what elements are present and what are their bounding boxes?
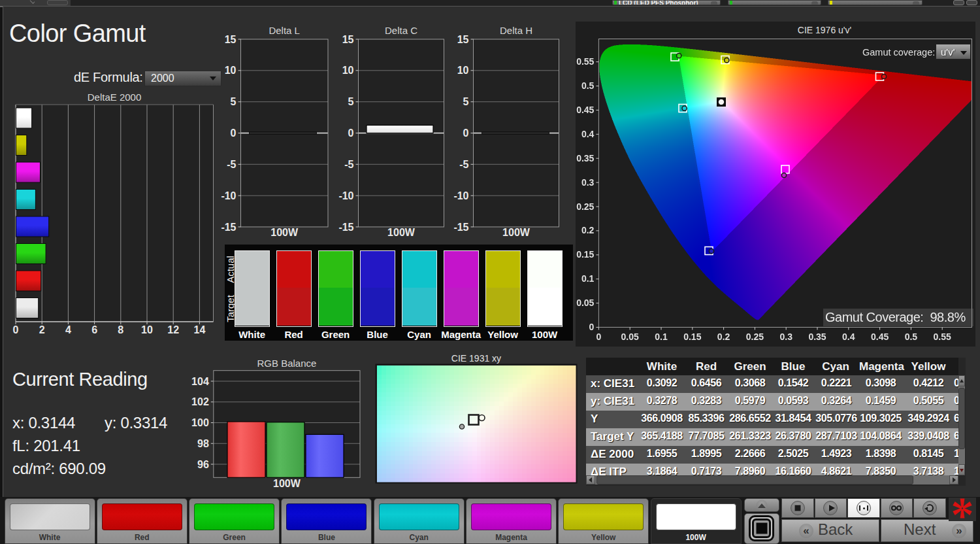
svg-text:0.4: 0.4 <box>581 129 595 139</box>
svg-text:10: 10 <box>225 65 237 76</box>
svg-text:12: 12 <box>167 324 179 335</box>
svg-text:0.4: 0.4 <box>842 332 855 342</box>
svg-text:100W: 100W <box>387 227 416 238</box>
svg-text:-15: -15 <box>221 222 236 233</box>
svg-text:0.1: 0.1 <box>581 273 595 284</box>
svg-text:0.25: 0.25 <box>746 332 764 342</box>
svg-text:0.55: 0.55 <box>576 56 594 67</box>
svg-text:0.45: 0.45 <box>871 332 889 342</box>
svg-text:Delta H: Delta H <box>500 25 532 36</box>
svg-text:10: 10 <box>457 65 469 76</box>
svg-text:0.05: 0.05 <box>621 332 639 342</box>
svg-text:0.15: 0.15 <box>683 332 701 342</box>
svg-text:14: 14 <box>194 324 206 335</box>
svg-text:-15: -15 <box>338 222 353 233</box>
svg-text:0.15: 0.15 <box>576 249 594 260</box>
svg-text:0.05: 0.05 <box>576 298 594 308</box>
svg-text:100W: 100W <box>502 227 531 238</box>
svg-text:0.35: 0.35 <box>576 153 594 163</box>
svg-text:10: 10 <box>342 65 354 76</box>
svg-text:0.5: 0.5 <box>905 332 918 342</box>
svg-text:100: 100 <box>191 417 209 428</box>
svg-text:RGB Balance: RGB Balance <box>257 358 316 369</box>
svg-text:5: 5 <box>231 96 237 107</box>
svg-text:0: 0 <box>596 332 602 342</box>
svg-text:6: 6 <box>91 324 97 335</box>
svg-text:0: 0 <box>231 128 237 139</box>
svg-text:4: 4 <box>65 324 71 335</box>
svg-text:5: 5 <box>348 96 354 107</box>
svg-text:0.2: 0.2 <box>581 225 595 235</box>
svg-text:96: 96 <box>197 459 209 470</box>
svg-text:0.55: 0.55 <box>934 332 951 342</box>
svg-text:0: 0 <box>463 128 469 139</box>
svg-text:102: 102 <box>191 396 209 407</box>
svg-text:-10: -10 <box>453 190 468 201</box>
svg-text:-5: -5 <box>227 159 236 170</box>
svg-text:15: 15 <box>225 34 237 45</box>
svg-text:0.45: 0.45 <box>576 105 594 115</box>
svg-text:DeltaE 2000: DeltaE 2000 <box>88 92 142 103</box>
svg-text:-5: -5 <box>459 159 468 170</box>
svg-text:-5: -5 <box>344 159 353 170</box>
svg-text:100W: 100W <box>273 478 301 489</box>
svg-text:0.35: 0.35 <box>808 332 826 342</box>
svg-text:10: 10 <box>141 324 153 335</box>
svg-text:2: 2 <box>39 324 45 335</box>
svg-text:-10: -10 <box>221 190 236 201</box>
svg-text:-10: -10 <box>338 190 353 201</box>
svg-text:98: 98 <box>197 438 209 449</box>
svg-text:Delta C: Delta C <box>385 25 417 36</box>
svg-text:8: 8 <box>118 324 123 335</box>
svg-text:0.3: 0.3 <box>779 332 792 342</box>
svg-text:-15: -15 <box>453 222 468 233</box>
svg-text:5: 5 <box>463 96 469 107</box>
svg-text:0: 0 <box>348 128 354 139</box>
svg-text:0.3: 0.3 <box>581 177 595 188</box>
svg-text:Delta L: Delta L <box>269 25 300 36</box>
svg-text:15: 15 <box>457 34 469 45</box>
svg-text:15: 15 <box>342 34 354 45</box>
svg-text:0: 0 <box>13 324 19 335</box>
svg-text:0.5: 0.5 <box>581 80 595 91</box>
svg-text:104: 104 <box>191 376 209 387</box>
svg-text:0.25: 0.25 <box>576 201 594 212</box>
svg-text:0.1: 0.1 <box>655 332 668 342</box>
svg-text:0: 0 <box>589 322 595 332</box>
svg-text:100W: 100W <box>270 227 299 238</box>
svg-text:0.2: 0.2 <box>717 332 730 342</box>
